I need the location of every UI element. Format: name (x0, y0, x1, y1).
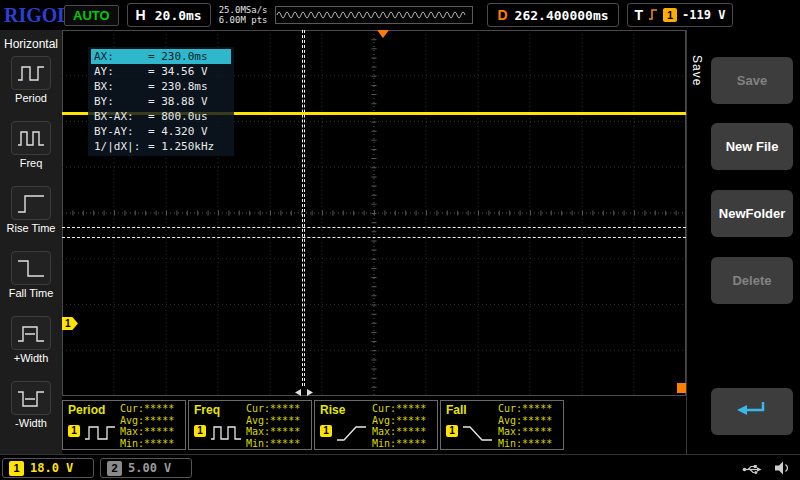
ch1-scale-value: 18.0 V (30, 461, 73, 475)
save-button[interactable]: Save (711, 57, 793, 104)
return-arrow-icon (734, 397, 770, 426)
sidebar-item-period[interactable]: Period (0, 56, 62, 104)
trigger-level-marker-icon[interactable] (677, 383, 686, 393)
delay-value: 262.400000ms (515, 8, 609, 23)
measure-box-fall[interactable]: Fall 1 Cur:***** Avg:***** Max:***** Min… (440, 400, 564, 450)
sample-rate: 25.0MSa/s (219, 5, 268, 15)
fall-time-icon (11, 251, 51, 285)
run-mode-badge: AUTO (64, 5, 119, 26)
bottom-status-bar: 1 18.0 V 2 5.00 V (0, 454, 800, 480)
trigger-level-value: -119 V (682, 8, 725, 22)
memory-depth: 6.00M pts (219, 15, 268, 25)
cursor-row-bx: BX: = 230.8ms (91, 79, 231, 94)
rising-edge-icon (648, 6, 658, 25)
cursor-ax-line[interactable] (302, 30, 303, 386)
delay-label: D (497, 7, 507, 23)
cursor-row-by: BY: = 38.88 V (91, 94, 231, 109)
ch2-scale-value: 5.00 V (128, 461, 171, 475)
ch1-badge: 1 (320, 425, 332, 437)
oscilloscope-screen: RIGOL AUTO H 20.0ms 25.0MSa/s 6.00M pts … (0, 0, 800, 480)
cursor-row-ay: AY: = 34.56 V (91, 64, 231, 79)
ch1-status[interactable]: 1 18.0 V (2, 458, 94, 478)
waveform-display-area: 1 AX: = 230.0ms AY: = 34.56 V BX: = 230.… (62, 30, 686, 396)
trigger-position-marker-icon[interactable] (377, 30, 389, 38)
measure-menu-title: Horizontal (0, 30, 62, 51)
ch2-status[interactable]: 2 5.00 V (100, 458, 192, 478)
cursor-bx-line[interactable] (304, 30, 305, 386)
trigger-source-badge: 1 (663, 8, 677, 22)
ch2-number-badge: 2 (107, 461, 122, 476)
trigger-readout[interactable]: T 1 -119 V (627, 3, 734, 27)
menu-tab-save: Save (690, 55, 704, 86)
rise-time-icon (11, 186, 51, 220)
cursor-by-line[interactable] (62, 237, 686, 238)
speaker-icon (775, 460, 790, 479)
ch1-badge: 1 (446, 425, 458, 437)
measure-stats: Cur:***** Avg:***** Max:***** Min:***** (246, 403, 300, 449)
timebase-value: 20.0ms (155, 8, 202, 23)
minus-width-icon (11, 381, 51, 415)
cursor-readout-panel: AX: = 230.0ms AY: = 34.56 V BX: = 230.8m… (88, 47, 234, 156)
horizontal-timebase-readout[interactable]: H 20.0ms (127, 3, 211, 27)
measure-box-rise[interactable]: Rise 1 Cur:***** Avg:***** Max:***** Min… (314, 400, 438, 450)
acquisition-info: 25.0MSa/s 6.00M pts (219, 5, 268, 25)
measure-box-period[interactable]: Period 1 Cur:***** Avg:***** Max:***** M… (62, 400, 186, 450)
return-button[interactable] (711, 388, 793, 435)
ch1-badge: 1 (194, 425, 206, 437)
measure-stats: Cur:***** Avg:***** Max:***** Min:***** (498, 403, 552, 449)
cursor-row-byay: BY-AY: = 4.320 V (91, 124, 231, 139)
new-file-button[interactable]: New File (711, 123, 793, 170)
ch1-badge: 1 (68, 425, 80, 437)
freq-measure-icon (210, 423, 242, 447)
measure-box-freq[interactable]: Freq 1 Cur:***** Avg:***** Max:***** Min… (188, 400, 312, 450)
cursor-row-ax: AX: = 230.0ms (91, 49, 231, 64)
period-measure-icon (84, 423, 116, 447)
rise-measure-icon (336, 423, 368, 447)
plus-width-icon (11, 316, 51, 350)
delete-button[interactable]: Delete (711, 257, 793, 304)
new-folder-button[interactable]: NewFolder (711, 190, 793, 237)
cursor-row-inv-dx: 1/|dX|: = 1.250kHz (91, 139, 231, 154)
cursor-handle-icon[interactable] (295, 382, 313, 401)
usb-icon (742, 461, 762, 480)
period-icon (11, 56, 51, 90)
top-status-bar: RIGOL AUTO H 20.0ms 25.0MSa/s 6.00M pts … (0, 0, 800, 30)
sidebar-item-plus-width[interactable]: +Width (0, 316, 62, 364)
save-soft-menu: Save Save New File NewFolder Delete (686, 30, 800, 454)
measure-menu-sidebar: Horizontal Period Freq Rise Time Fall Ti… (0, 30, 62, 454)
sidebar-item-fall-time[interactable]: Fall Time (0, 251, 62, 299)
cursor-row-bxax: BX-AX: = 800.0us (91, 109, 231, 124)
sidebar-item-minus-width[interactable]: -Width (0, 381, 62, 429)
waveform-overview-strip[interactable] (275, 6, 473, 24)
measure-stats: Cur:***** Avg:***** Max:***** Min:***** (372, 403, 426, 449)
rigol-logo: RIGOL (4, 4, 60, 27)
ch1-number-badge: 1 (9, 461, 24, 476)
freq-icon (11, 121, 51, 155)
measure-stats: Cur:***** Avg:***** Max:***** Min:***** (120, 403, 174, 449)
cursor-ay-line[interactable] (62, 227, 686, 228)
horizontal-label: H (136, 7, 146, 23)
overview-waveform-icon (276, 8, 470, 22)
trigger-label: T (635, 7, 644, 23)
sidebar-item-freq[interactable]: Freq (0, 121, 62, 169)
sidebar-item-rise-time[interactable]: Rise Time (0, 186, 62, 234)
fall-measure-icon (462, 423, 494, 447)
measurement-row: Period 1 Cur:***** Avg:***** Max:***** M… (62, 400, 564, 450)
delay-readout[interactable]: D 262.400000ms (487, 3, 618, 27)
